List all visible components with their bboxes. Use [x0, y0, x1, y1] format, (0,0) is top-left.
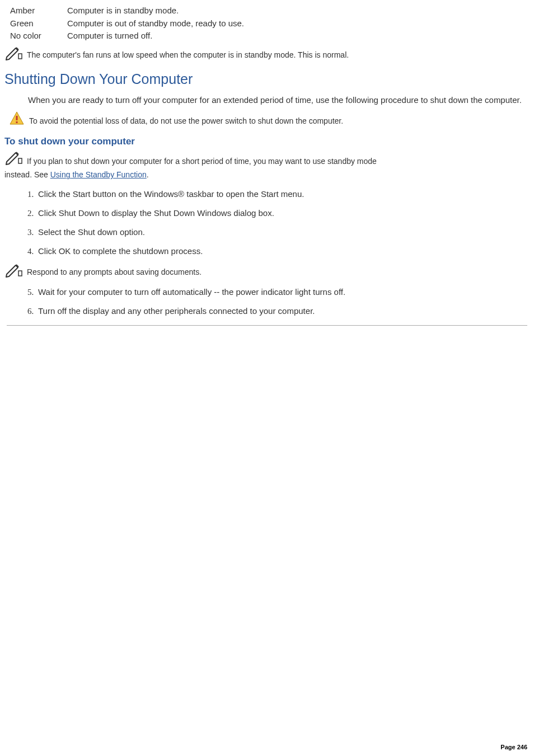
status-label-nocolor: No color: [10, 30, 67, 43]
pencil-note-icon: [4, 45, 27, 60]
horizontal-rule: [7, 325, 527, 326]
svg-rect-1: [16, 116, 18, 120]
step-3: Select the Shut down option.: [36, 227, 530, 237]
steps-list-a: Click the Start button on the Windows® t…: [21, 189, 530, 256]
status-row: Green Computer is out of standby mode, r…: [10, 17, 530, 30]
svg-rect-3: [18, 158, 22, 163]
warning-block: To avoid the potential loss of data, do …: [4, 111, 530, 128]
step-3-text: Select the Shut down option.: [38, 227, 145, 237]
steps-list-b: Wait for your computer to turn off autom…: [21, 287, 530, 316]
svg-rect-4: [18, 271, 22, 276]
note-respond-text: Respond to any prompts about saving docu…: [27, 262, 202, 278]
step-6-text: Turn off the display and any other perip…: [38, 306, 315, 316]
status-desc-amber: Computer is in standby mode.: [67, 4, 530, 17]
status-desc-nocolor: Computer is turned off.: [67, 30, 530, 43]
pencil-note-icon: [4, 149, 27, 167]
step-5-text: Wait for your computer to turn off autom…: [38, 287, 345, 297]
warning-triangle-icon: [4, 111, 29, 128]
pencil-note-icon: [4, 262, 27, 278]
warning-text: To avoid the potential loss of data, do …: [29, 111, 343, 127]
svg-rect-0: [18, 54, 22, 59]
heading-shutting-down: Shutting Down Your Computer: [4, 71, 530, 87]
step-2: Click Shut Down to display the Shut Down…: [36, 208, 530, 218]
status-row: Amber Computer is in standby mode.: [10, 4, 530, 17]
note-fan: The computer's fan runs at low speed whe…: [4, 45, 530, 61]
status-label-amber: Amber: [10, 4, 67, 17]
status-label-green: Green: [10, 17, 67, 30]
status-table: Amber Computer is in standby mode. Green…: [10, 4, 530, 43]
step-2-text: Click Shut Down to display the Shut Down…: [38, 208, 274, 218]
note-fan-text: The computer's fan runs at low speed whe…: [27, 45, 349, 61]
tip-text-line1: If you plan to shut down your computer f…: [27, 149, 530, 167]
step-4: Click OK to complete the shutdown proces…: [36, 246, 530, 256]
step-4-text: Click OK to complete the shutdown proces…: [38, 246, 203, 256]
status-desc-green: Computer is out of standby mode, ready t…: [67, 17, 530, 30]
step-5: Wait for your computer to turn off autom…: [36, 287, 530, 297]
page-number: Page 246: [500, 744, 527, 750]
step-1-text: Click the Start button on the Windows® t…: [38, 189, 304, 199]
tip-block: If you plan to shut down your computer f…: [4, 149, 530, 167]
step-1: Click the Start button on the Windows® t…: [36, 189, 530, 199]
link-using-standby[interactable]: Using the Standby Function: [50, 170, 147, 179]
status-row: No color Computer is turned off.: [10, 30, 530, 43]
tip-instead: instead. See: [4, 170, 50, 179]
intro-paragraph: When you are ready to turn off your comp…: [28, 94, 530, 107]
svg-rect-2: [16, 121, 18, 123]
heading-to-shut-down: To shut down your computer: [4, 136, 530, 147]
tip-text-line2: instead. See Using the Standby Function.: [4, 168, 530, 181]
step-6: Turn off the display and any other perip…: [36, 306, 530, 316]
note-respond: Respond to any prompts about saving docu…: [4, 262, 530, 278]
tip-after: .: [147, 170, 149, 179]
